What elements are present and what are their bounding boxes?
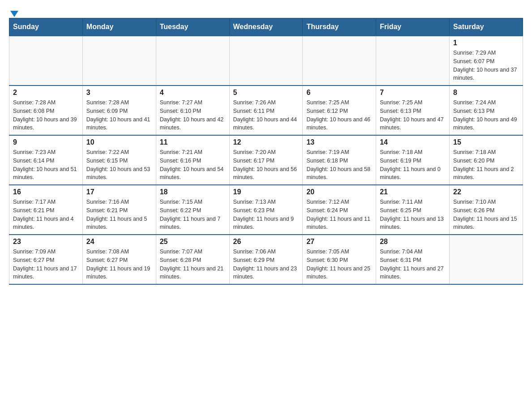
calendar-table: SundayMondayTuesdayWednesdayThursdayFrid… [9, 18, 523, 285]
calendar-cell [450, 235, 523, 284]
calendar-cell: 20Sunrise: 7:12 AMSunset: 6:24 PMDayligh… [303, 185, 376, 235]
day-info: Sunrise: 7:24 AMSunset: 6:13 PMDaylight:… [453, 98, 519, 132]
day-of-week-header: Thursday [303, 18, 376, 36]
calendar-cell: 9Sunrise: 7:23 AMSunset: 6:14 PMDaylight… [9, 135, 83, 185]
calendar-cell: 21Sunrise: 7:11 AMSunset: 6:25 PMDayligh… [376, 185, 450, 235]
day-info: Sunrise: 7:15 AMSunset: 6:22 PMDaylight:… [160, 198, 226, 231]
day-info: Sunrise: 7:26 AMSunset: 6:11 PMDaylight:… [233, 98, 299, 132]
day-number: 8 [453, 89, 519, 97]
day-number: 11 [160, 138, 226, 146]
calendar-week-row: 1Sunrise: 7:29 AMSunset: 6:07 PMDaylight… [9, 36, 523, 86]
calendar-week-row: 2Sunrise: 7:28 AMSunset: 6:08 PMDaylight… [9, 86, 523, 135]
day-number: 1 [453, 39, 519, 47]
calendar-cell: 16Sunrise: 7:17 AMSunset: 6:21 PMDayligh… [9, 185, 83, 235]
day-of-week-header: Friday [376, 18, 450, 36]
calendar-cell [303, 36, 376, 86]
day-number: 22 [453, 188, 519, 196]
calendar-cell: 6Sunrise: 7:25 AMSunset: 6:12 PMDaylight… [303, 86, 376, 135]
day-number: 18 [160, 188, 226, 196]
day-number: 24 [86, 238, 152, 246]
day-number: 17 [86, 188, 152, 196]
day-of-week-header: Saturday [450, 18, 523, 36]
calendar-cell: 23Sunrise: 7:09 AMSunset: 6:27 PMDayligh… [9, 235, 83, 284]
calendar-cell [156, 36, 229, 86]
calendar-cell [9, 36, 83, 86]
day-number: 4 [160, 89, 226, 97]
day-info: Sunrise: 7:13 AMSunset: 6:23 PMDaylight:… [233, 198, 299, 231]
day-info: Sunrise: 7:18 AMSunset: 6:20 PMDaylight:… [453, 148, 519, 182]
day-info: Sunrise: 7:06 AMSunset: 6:29 PMDaylight:… [233, 248, 299, 281]
day-info: Sunrise: 7:09 AMSunset: 6:27 PMDaylight:… [13, 248, 79, 281]
calendar-cell: 15Sunrise: 7:18 AMSunset: 6:20 PMDayligh… [450, 135, 523, 185]
day-info: Sunrise: 7:20 AMSunset: 6:17 PMDaylight:… [233, 148, 299, 182]
day-number: 9 [13, 138, 79, 146]
calendar-cell: 25Sunrise: 7:07 AMSunset: 6:28 PMDayligh… [156, 235, 229, 284]
day-info: Sunrise: 7:29 AMSunset: 6:07 PMDaylight:… [453, 49, 519, 82]
day-of-week-header: Wednesday [229, 18, 303, 36]
calendar-cell: 19Sunrise: 7:13 AMSunset: 6:23 PMDayligh… [229, 185, 303, 235]
day-number: 2 [13, 89, 79, 97]
day-info: Sunrise: 7:25 AMSunset: 6:12 PMDaylight:… [306, 98, 372, 132]
logo-triangle-icon [10, 11, 18, 17]
day-info: Sunrise: 7:22 AMSunset: 6:15 PMDaylight:… [86, 148, 152, 182]
day-info: Sunrise: 7:18 AMSunset: 6:19 PMDaylight:… [380, 148, 446, 182]
day-number: 13 [306, 138, 372, 146]
calendar-cell: 24Sunrise: 7:08 AMSunset: 6:27 PMDayligh… [82, 235, 156, 284]
day-info: Sunrise: 7:21 AMSunset: 6:16 PMDaylight:… [160, 148, 226, 182]
calendar-cell: 28Sunrise: 7:04 AMSunset: 6:31 PMDayligh… [376, 235, 450, 284]
day-number: 14 [380, 138, 446, 146]
calendar-cell: 17Sunrise: 7:16 AMSunset: 6:21 PMDayligh… [82, 185, 156, 235]
calendar-header-row: SundayMondayTuesdayWednesdayThursdayFrid… [9, 18, 523, 36]
calendar-cell [82, 36, 156, 86]
day-info: Sunrise: 7:08 AMSunset: 6:27 PMDaylight:… [86, 248, 152, 281]
logo [9, 9, 18, 13]
day-info: Sunrise: 7:05 AMSunset: 6:30 PMDaylight:… [306, 248, 372, 281]
day-number: 15 [453, 138, 519, 146]
calendar-week-row: 9Sunrise: 7:23 AMSunset: 6:14 PMDaylight… [9, 135, 523, 185]
calendar-cell: 27Sunrise: 7:05 AMSunset: 6:30 PMDayligh… [303, 235, 376, 284]
day-info: Sunrise: 7:25 AMSunset: 6:13 PMDaylight:… [380, 98, 446, 132]
calendar-cell: 14Sunrise: 7:18 AMSunset: 6:19 PMDayligh… [376, 135, 450, 185]
day-info: Sunrise: 7:17 AMSunset: 6:21 PMDaylight:… [13, 198, 79, 231]
day-number: 6 [306, 89, 372, 97]
day-info: Sunrise: 7:11 AMSunset: 6:25 PMDaylight:… [380, 198, 446, 231]
day-number: 16 [13, 188, 79, 196]
day-info: Sunrise: 7:12 AMSunset: 6:24 PMDaylight:… [306, 198, 372, 231]
day-info: Sunrise: 7:27 AMSunset: 6:10 PMDaylight:… [160, 98, 226, 132]
calendar-week-row: 16Sunrise: 7:17 AMSunset: 6:21 PMDayligh… [9, 185, 523, 235]
calendar-week-row: 23Sunrise: 7:09 AMSunset: 6:27 PMDayligh… [9, 235, 523, 284]
calendar-cell [376, 36, 450, 86]
calendar-cell: 2Sunrise: 7:28 AMSunset: 6:08 PMDaylight… [9, 86, 83, 135]
day-info: Sunrise: 7:28 AMSunset: 6:08 PMDaylight:… [13, 98, 79, 132]
day-info: Sunrise: 7:28 AMSunset: 6:09 PMDaylight:… [86, 98, 152, 132]
calendar-cell: 26Sunrise: 7:06 AMSunset: 6:29 PMDayligh… [229, 235, 303, 284]
calendar-cell: 13Sunrise: 7:19 AMSunset: 6:18 PMDayligh… [303, 135, 376, 185]
day-info: Sunrise: 7:16 AMSunset: 6:21 PMDaylight:… [86, 198, 152, 231]
day-number: 25 [160, 238, 226, 246]
day-number: 10 [86, 138, 152, 146]
calendar-cell: 18Sunrise: 7:15 AMSunset: 6:22 PMDayligh… [156, 185, 229, 235]
calendar-cell: 4Sunrise: 7:27 AMSunset: 6:10 PMDaylight… [156, 86, 229, 135]
calendar-cell: 12Sunrise: 7:20 AMSunset: 6:17 PMDayligh… [229, 135, 303, 185]
day-number: 26 [233, 238, 299, 246]
day-number: 12 [233, 138, 299, 146]
day-number: 7 [380, 89, 446, 97]
calendar-cell: 10Sunrise: 7:22 AMSunset: 6:15 PMDayligh… [82, 135, 156, 185]
calendar-cell: 5Sunrise: 7:26 AMSunset: 6:11 PMDaylight… [229, 86, 303, 135]
day-info: Sunrise: 7:23 AMSunset: 6:14 PMDaylight:… [13, 148, 79, 182]
day-of-week-header: Sunday [9, 18, 83, 36]
calendar-cell [229, 36, 303, 86]
page-header [9, 9, 523, 13]
day-number: 5 [233, 89, 299, 97]
calendar-cell: 22Sunrise: 7:10 AMSunset: 6:26 PMDayligh… [450, 185, 523, 235]
calendar-cell: 1Sunrise: 7:29 AMSunset: 6:07 PMDaylight… [450, 36, 523, 86]
calendar-cell: 11Sunrise: 7:21 AMSunset: 6:16 PMDayligh… [156, 135, 229, 185]
day-of-week-header: Tuesday [156, 18, 229, 36]
day-number: 19 [233, 188, 299, 196]
day-number: 28 [380, 238, 446, 246]
day-number: 21 [380, 188, 446, 196]
day-info: Sunrise: 7:07 AMSunset: 6:28 PMDaylight:… [160, 248, 226, 281]
day-number: 3 [86, 89, 152, 97]
day-info: Sunrise: 7:04 AMSunset: 6:31 PMDaylight:… [380, 248, 446, 281]
day-number: 27 [306, 238, 372, 246]
